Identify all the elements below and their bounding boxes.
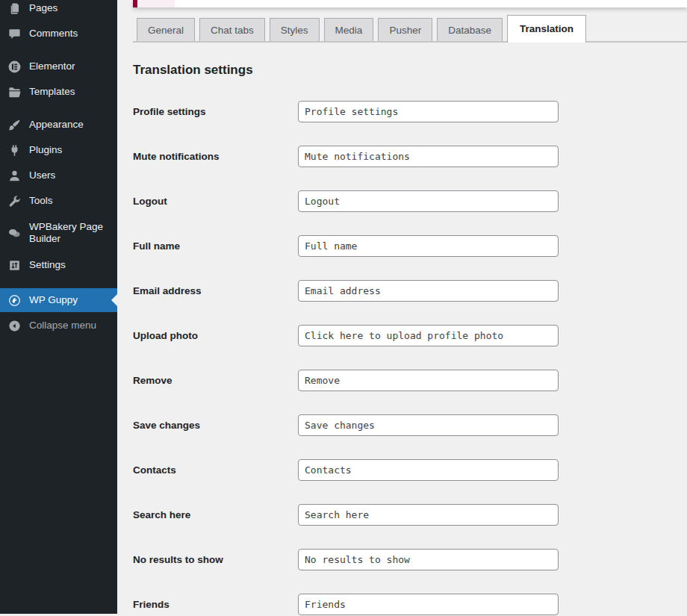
menu-separator bbox=[0, 278, 117, 288]
field-row: Contacts bbox=[133, 459, 687, 481]
sidebar-item-users[interactable]: Users bbox=[0, 163, 117, 188]
sidebar-item-settings[interactable]: Settings bbox=[0, 252, 117, 278]
field-input-contacts[interactable] bbox=[298, 459, 559, 481]
sidebar-item-appearance[interactable]: Appearance bbox=[0, 112, 117, 137]
field-input-save-changes[interactable] bbox=[298, 414, 559, 436]
main-area: GeneralChat tabsStylesMediaPusherDatabas… bbox=[117, 0, 687, 616]
field-label-remove: Remove bbox=[133, 375, 298, 386]
admin-sidebar: Pages Comments Elementor Templates Appea… bbox=[0, 0, 117, 614]
field-label-friends: Friends bbox=[133, 599, 298, 610]
field-row: Remove bbox=[133, 370, 687, 391]
page-title: Translation settings bbox=[133, 63, 687, 78]
sidebar-item-label: Plugins bbox=[29, 144, 62, 156]
translation-fields: Profile settings Mute notifications Logo… bbox=[133, 101, 687, 615]
field-row: Mute notifications bbox=[133, 146, 687, 167]
header-banner-cutoff bbox=[133, 0, 687, 7]
field-row: No results to show bbox=[133, 549, 687, 570]
translation-settings-panel: Translation settings Profile settings Mu… bbox=[133, 43, 687, 616]
field-label-mute-notifications: Mute notifications bbox=[133, 151, 298, 162]
field-input-friends[interactable] bbox=[298, 594, 559, 615]
collapse-icon bbox=[7, 318, 22, 333]
banner-pink-accent bbox=[137, 0, 175, 7]
field-input-logout[interactable] bbox=[298, 190, 559, 212]
menu-separator bbox=[0, 46, 117, 54]
users-icon bbox=[7, 168, 22, 183]
sidebar-item-label: Appearance bbox=[29, 119, 84, 131]
field-input-full-name[interactable] bbox=[298, 235, 559, 257]
wpbakery-icon bbox=[7, 225, 22, 240]
sidebar-item-plugins[interactable]: Plugins bbox=[0, 137, 117, 163]
tab-pusher[interactable]: Pusher bbox=[378, 18, 432, 41]
field-row: Save changes bbox=[133, 414, 687, 436]
sidebar-item-label: Collapse menu bbox=[29, 320, 96, 332]
plugins-icon bbox=[7, 143, 22, 158]
field-row: Logout bbox=[133, 190, 687, 212]
sidebar-item-label: Pages bbox=[29, 2, 57, 14]
field-input-mute-notifications[interactable] bbox=[298, 146, 559, 167]
sidebar-item-comments[interactable]: Comments bbox=[0, 21, 117, 46]
admin-menu: Pages Comments Elementor Templates Appea… bbox=[0, 0, 117, 338]
field-row: Upload photo bbox=[133, 325, 687, 346]
field-input-email-address[interactable] bbox=[298, 280, 559, 302]
field-row: Search here bbox=[133, 504, 687, 526]
field-input-remove[interactable] bbox=[298, 370, 559, 391]
tab-styles[interactable]: Styles bbox=[270, 18, 320, 41]
sidebar-item-label: Tools bbox=[29, 195, 53, 207]
field-label-logout: Logout bbox=[133, 196, 298, 207]
sidebar-item-label: Users bbox=[29, 169, 55, 181]
field-row: Profile settings bbox=[133, 101, 687, 122]
tab-general[interactable]: General bbox=[137, 18, 195, 41]
field-input-search-here[interactable] bbox=[298, 504, 559, 526]
sidebar-item-label: WPBakery Page Builder bbox=[29, 221, 114, 245]
sidebar-item-templates[interactable]: Templates bbox=[0, 79, 117, 105]
settings-icon bbox=[7, 258, 22, 273]
tab-chat-tabs[interactable]: Chat tabs bbox=[199, 18, 265, 41]
field-label-search-here: Search here bbox=[133, 509, 298, 520]
sidebar-item-label: Elementor bbox=[29, 60, 75, 72]
appearance-icon bbox=[7, 117, 22, 132]
field-label-full-name: Full name bbox=[133, 240, 298, 252]
templates-icon bbox=[7, 84, 22, 99]
field-input-no-results-to-show[interactable] bbox=[298, 549, 559, 570]
sidebar-item-collapse-menu[interactable]: Collapse menu bbox=[0, 313, 117, 338]
field-row: Friends bbox=[133, 594, 687, 615]
wpguppy-icon bbox=[7, 293, 22, 308]
field-label-contacts: Contacts bbox=[133, 464, 298, 476]
sidebar-item-label: Settings bbox=[29, 259, 66, 271]
pages-icon bbox=[7, 1, 22, 16]
field-label-save-changes: Save changes bbox=[133, 420, 298, 431]
field-label-no-results-to-show: No results to show bbox=[133, 554, 298, 565]
sidebar-item-wpbakery-page-builder[interactable]: WPBakery Page Builder bbox=[0, 214, 117, 252]
field-input-upload-photo[interactable] bbox=[298, 325, 559, 346]
sidebar-item-label: Comments bbox=[29, 28, 78, 40]
settings-tab-bar: GeneralChat tabsStylesMediaPusherDatabas… bbox=[133, 15, 687, 43]
tab-database[interactable]: Database bbox=[437, 18, 503, 41]
sidebar-item-wp-guppy[interactable]: WP Guppy bbox=[0, 288, 117, 312]
tools-icon bbox=[7, 193, 22, 208]
field-row: Email address bbox=[133, 280, 687, 302]
sidebar-item-tools[interactable]: Tools bbox=[0, 188, 117, 214]
comments-icon bbox=[7, 26, 22, 41]
tab-media[interactable]: Media bbox=[324, 18, 374, 41]
menu-separator bbox=[0, 105, 117, 112]
field-label-email-address: Email address bbox=[133, 285, 298, 296]
field-label-upload-photo: Upload photo bbox=[133, 330, 298, 341]
sidebar-item-elementor[interactable]: Elementor bbox=[0, 54, 117, 79]
field-row: Full name bbox=[133, 235, 687, 257]
tab-translation[interactable]: Translation bbox=[507, 15, 586, 43]
field-label-profile-settings: Profile settings bbox=[133, 106, 298, 117]
field-input-profile-settings[interactable] bbox=[298, 101, 559, 122]
sidebar-item-pages[interactable]: Pages bbox=[0, 0, 117, 21]
sidebar-item-label: Templates bbox=[29, 86, 75, 98]
sidebar-item-label: WP Guppy bbox=[29, 294, 78, 306]
elementor-icon bbox=[7, 59, 22, 74]
